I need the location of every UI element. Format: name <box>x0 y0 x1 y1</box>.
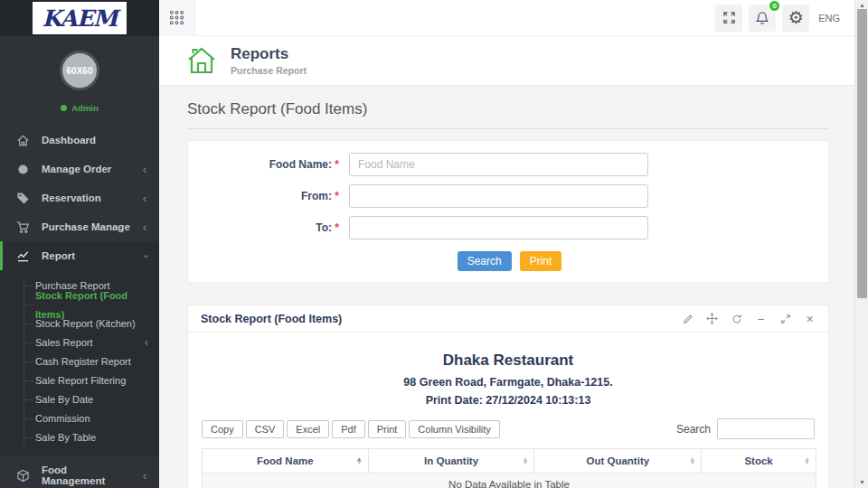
column-header-out-quantity[interactable]: Out Quantity▲▼ <box>534 449 702 474</box>
csv-button[interactable]: CSV <box>246 420 285 438</box>
sidebar-item-dashboard[interactable]: Dashboard <box>0 126 159 155</box>
submenu-item-stock-report-food[interactable]: Stock Report (Food Items) <box>0 296 159 314</box>
table-search-input[interactable] <box>717 418 815 439</box>
orders-icon <box>15 162 30 176</box>
home-icon <box>15 133 30 147</box>
sidebar-item-manage-order[interactable]: Manage Order ‹ <box>0 155 159 183</box>
notifications-button[interactable]: 0 <box>749 5 776 32</box>
restaurant-address: 98 Green Road, Farmgate, Dhaka-1215. <box>188 376 828 389</box>
avatar: 60X60 <box>60 51 99 90</box>
from-date-input[interactable] <box>349 184 648 208</box>
column-header-in-quantity[interactable]: In Quantity▲▼ <box>368 449 534 474</box>
fullscreen-button[interactable] <box>715 5 742 32</box>
language-selector[interactable]: ENG <box>818 13 840 23</box>
sidebar-item-report[interactable]: Report ‹ <box>0 241 159 270</box>
submenu-label: Sale Report Filtering <box>35 371 126 390</box>
sort-icon: ▲▼ <box>689 457 695 465</box>
food-name-input[interactable] <box>349 153 648 176</box>
search-button[interactable]: Search <box>458 251 512 271</box>
submenu-item-sale-by-table[interactable]: Sale By Table <box>0 428 159 447</box>
copy-button[interactable]: Copy <box>202 420 243 438</box>
online-status-dot <box>61 105 67 111</box>
cart-icon <box>15 220 30 234</box>
submenu-label: Stock Report (Kitchen) <box>35 314 136 333</box>
sidebar-item-label: Report <box>42 250 75 261</box>
export-button-group: Copy CSV Excel Pdf Print Column Visibili… <box>202 420 503 438</box>
settings-button[interactable]: ⚙ <box>782 5 809 32</box>
report-letterhead: Dhaka Restaurant 98 Green Road, Farmgate… <box>188 333 828 407</box>
report-card-title: Stock Report (Food Items) <box>201 313 342 325</box>
sidebar-item-food-management[interactable]: Food Management ‹ <box>0 461 159 488</box>
tag-icon <box>15 191 30 205</box>
table-row-empty: No Data Available in Table <box>203 474 816 488</box>
apps-grid-button[interactable] <box>159 0 195 36</box>
report-submenu: Purchase Report Stock Report (Food Items… <box>0 270 159 455</box>
sidebar-item-label: Reservation <box>42 192 101 203</box>
brand-logo[interactable]: KAEM <box>33 2 127 34</box>
page-title: Reports <box>231 45 307 63</box>
print-export-button[interactable]: Print <box>368 420 407 438</box>
table-toolbar: Copy CSV Excel Pdf Print Column Visibili… <box>188 418 828 439</box>
sidebar-item-label: Food Management <box>42 465 131 486</box>
sidebar-item-label: Manage Order <box>42 164 111 174</box>
food-name-label: Food Name: * <box>188 158 349 171</box>
column-visibility-button[interactable]: Column Visibility <box>409 420 500 438</box>
submenu-item-sale-report-filtering[interactable]: Sale Report Filtering <box>0 371 159 390</box>
sidebar-item-purchase-manage[interactable]: Purchase Manage ‹ <box>0 212 159 241</box>
chevron-down-icon: ‹ <box>138 254 150 258</box>
chevron-left-icon: ‹ <box>143 164 146 175</box>
sidebar-item-label: Dashboard <box>42 135 96 145</box>
submenu-label: Cash Register Report <box>35 352 131 371</box>
submenu-item-cash-register-report[interactable]: Cash Register Report <box>0 352 159 371</box>
pdf-button[interactable]: Pdf <box>332 420 365 438</box>
vertical-scrollbar: ▲ ▼ <box>854 0 868 488</box>
from-date-label: From: * <box>188 190 349 202</box>
print-date: Print Date: 27/12/2024 10:13:13 <box>188 394 828 407</box>
submenu-label: Sale By Date <box>35 390 93 409</box>
print-button[interactable]: Print <box>520 251 562 271</box>
page-header: Reports Purchase Report <box>159 36 854 86</box>
submenu-item-commission[interactable]: Commission <box>0 409 159 428</box>
scroll-down-arrow[interactable]: ▼ <box>855 478 868 487</box>
submenu-item-sale-by-date[interactable]: Sale By Date <box>0 390 159 409</box>
empty-message: No Data Available in Table <box>203 474 816 488</box>
box-icon <box>15 468 30 483</box>
role-label: Admin <box>71 103 99 113</box>
table-search-label: Search <box>676 423 711 436</box>
column-header-stock[interactable]: Stock▲▼ <box>702 449 816 474</box>
home-icon <box>185 45 218 76</box>
chart-icon <box>15 249 30 263</box>
app-window: KAEM 60X60 Admin Dashboard Manage Order <box>0 0 868 488</box>
gear-icon: ⚙ <box>788 9 804 26</box>
sort-icon: ▲▼ <box>804 457 810 465</box>
topbar: 0 ⚙ ENG <box>159 0 854 36</box>
expand-icon[interactable] <box>779 313 791 324</box>
main-content: Stock Report (Food Items) Food Name: * F… <box>159 86 854 488</box>
grid-icon <box>169 10 184 25</box>
refresh-icon[interactable] <box>731 313 742 324</box>
chevron-left-icon: ‹ <box>143 470 146 482</box>
brand-logo-text: KAEM <box>42 5 118 32</box>
to-date-label: To: * <box>188 221 349 234</box>
chevron-left-icon: ‹ <box>143 192 146 204</box>
scrollbar-thumb[interactable] <box>857 9 867 298</box>
sort-icon: ▲▼ <box>356 457 363 465</box>
submenu-item-sales-report[interactable]: Sales Report‹ <box>0 333 159 352</box>
sidebar-menu: Dashboard Manage Order ‹ Reservation ‹ <box>0 126 159 488</box>
close-icon[interactable]: × <box>804 313 816 324</box>
filter-form-card: Food Name: * From: * To: * Search Print <box>187 140 829 283</box>
collapse-icon[interactable]: − <box>755 313 767 324</box>
sidebar-item-label: Purchase Manage <box>42 221 130 232</box>
fullscreen-icon <box>722 11 736 24</box>
edit-icon[interactable] <box>682 313 693 324</box>
stock-table: Food Name▲▼ In Quantity▲▼ Out Quantity▲▼… <box>202 448 816 488</box>
to-date-input[interactable] <box>349 216 648 239</box>
submenu-item-stock-report-kitchen[interactable]: Stock Report (Kitchen) <box>0 314 159 333</box>
notification-badge: 0 <box>768 0 781 13</box>
column-header-food-name[interactable]: Food Name▲▼ <box>203 449 369 474</box>
sidebar-item-reservation[interactable]: Reservation ‹ <box>0 183 159 212</box>
excel-button[interactable]: Excel <box>287 420 329 438</box>
move-icon[interactable] <box>706 313 718 324</box>
chevron-left-icon: ‹ <box>145 333 148 352</box>
bell-icon <box>755 11 769 25</box>
